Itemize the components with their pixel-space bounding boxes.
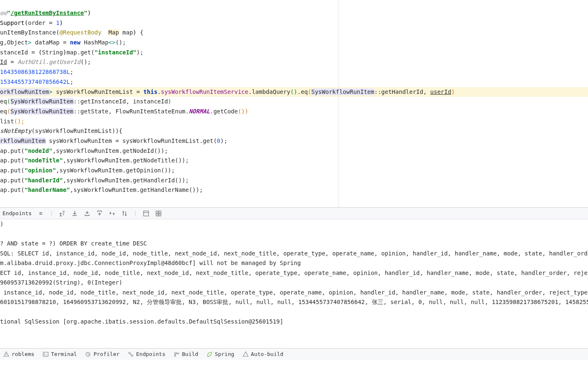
code-line[interactable]: list(); [0,117,588,127]
code-line[interactable]: 1643508638122868738L; [0,67,588,77]
console-line: tional SqlSession [org.apache.ibatis.ses… [0,317,588,327]
console-line: SQL: SELECT id, instance_id, node_id, no… [0,249,588,259]
code-line[interactable]: ap.put("nodeTitle",sysWorkflowRunItem.ge… [0,156,588,166]
console-line: 960953713620992(String), 0(Integer) [0,278,588,288]
console-line: ) [0,219,588,229]
svg-rect-4 [156,214,158,216]
export-up-icon[interactable] [96,210,103,217]
code-editor[interactable]: ◎◎"/getRunItemByInstance") Support(order… [0,0,588,208]
build-tab[interactable]: Build [174,351,198,357]
hammer-icon [174,351,180,357]
code-line[interactable]: ◎◎"/getRunItemByInstance") [0,8,588,18]
svg-rect-5 [159,214,161,216]
console-line: ECT id, instance_id, node_id, node_title… [0,268,588,278]
svg-point-7 [6,355,7,356]
svg-rect-8 [43,352,48,356]
code-line[interactable]: ap.put("handlerId",sysWorkflowRunItem.ge… [0,176,588,186]
right-margin-line [339,0,339,207]
console-line [0,229,588,239]
filter-up-icon[interactable] [59,210,66,217]
grid-icon[interactable] [155,210,162,217]
leaf-icon [207,351,212,357]
menu-icon[interactable]: ≡ [37,210,44,217]
svg-point-10 [129,352,130,354]
warning-icon [243,351,249,357]
code-line[interactable]: orkflowRunItem> sysWorkflowRunItemList =… [0,87,588,97]
code-line[interactable]: eq(SysWorkflowRunItem::getState, FlowRun… [0,107,588,117]
code-line[interactable]: ap.put("nodeId",sysWorkflowRunItem.getNo… [0,146,588,156]
console-output[interactable]: ) ? AND state = ?) ORDER BY create_time … [0,219,588,348]
download-icon[interactable] [71,210,78,217]
swap-icon[interactable] [109,210,115,217]
endpoints-tab[interactable]: Endpoints [2,210,32,216]
code-line[interactable]: Support(order = 1) [0,18,588,28]
layout-icon[interactable] [143,210,149,217]
import-down-icon[interactable] [84,210,90,217]
tab-label: Terminal [51,351,77,357]
tab-label: Endpoints [136,351,165,357]
spring-tab[interactable]: Spring [207,351,234,357]
endpoints-icon [128,351,134,357]
code-line[interactable]: g,Object> dataMap = new HashMap<>(); [0,38,588,48]
separator: | [134,210,137,216]
svg-line-12 [130,353,132,355]
code-line[interactable]: sNotEmpty(sysWorkflowRunItemList)){ [0,126,588,136]
code-line[interactable]: ap.put("opinion",sysWorkflowRunItem.getO… [0,166,588,176]
console-line: instance_id, node_id, node_title, next_n… [0,288,588,298]
console-line [0,307,588,317]
bottom-toolbar: roblems Terminal Profiler Endpoints Buil… [0,348,588,360]
separator: | [50,210,53,216]
terminal-icon [43,351,49,357]
svg-rect-3 [159,211,161,213]
svg-rect-2 [156,211,158,213]
profiler-tab[interactable]: Profiler [85,351,120,357]
console-line: ? AND state = ?) ORDER BY create_time DE… [0,239,588,249]
code-line[interactable]: eq(SysWorkflowRunItem::getInstanceId, in… [0,97,588,107]
gutter-icon: ◎◎ [0,10,7,16]
problems-tab[interactable]: roblems [3,351,34,357]
console-line: m.alibaba.druid.proxy.jdbc.ConnectionPro… [0,258,588,268]
tab-label: roblems [12,351,34,357]
endpoints-tab[interactable]: Endpoints [128,351,165,357]
svg-point-11 [131,355,133,356]
code-line[interactable]: 1534455737407856642L; [0,77,588,87]
code-line[interactable]: ap.put("handlerName",sysWorkflowRunItem.… [0,185,588,195]
svg-rect-0 [144,211,149,216]
autobuild-tab[interactable]: Auto-build [243,351,283,357]
tab-label: Auto-build [251,351,283,357]
tab-label: Build [182,351,198,357]
tab-label: Profiler [93,351,120,357]
terminal-tab[interactable]: Terminal [43,351,77,357]
code-line[interactable]: rkflowRunItem sysWorkflowRunItem = sysWo… [0,136,588,146]
sort-icon[interactable] [121,210,128,217]
console-line: 6010151798878210, 164960953713620992, N2… [0,297,588,307]
console-toolbar: Endpoints ≡ | | [0,208,588,219]
warning-icon [3,351,9,357]
code-line[interactable]: Id = AuthUtil.getUserId(); [0,57,588,67]
code-line[interactable]: stanceId = (String)map.get("instanceId")… [0,48,588,58]
tab-label: Spring [215,351,234,357]
code-line[interactable]: unItemByInstance(@RequestBody Map map) { [0,28,588,38]
profiler-icon [85,351,91,357]
